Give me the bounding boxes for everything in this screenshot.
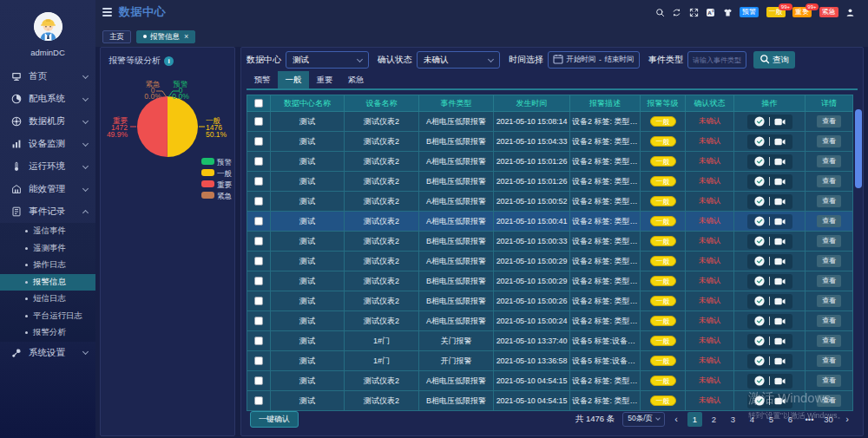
tab-3[interactable]: 重要	[309, 71, 340, 88]
pie-slice-重要[interactable]	[137, 96, 168, 157]
confirm-check-icon[interactable]	[754, 216, 765, 226]
row-checkbox[interactable]	[254, 237, 263, 245]
confirm-check-icon[interactable]	[754, 276, 765, 286]
view-button[interactable]: 查看	[817, 135, 841, 147]
row-checkbox[interactable]	[254, 297, 263, 305]
page-button-3[interactable]: 3	[726, 412, 740, 427]
confirm-check-icon[interactable]	[754, 156, 765, 167]
query-button[interactable]: 查询	[753, 51, 795, 69]
tab-1[interactable]: 预警	[247, 71, 278, 88]
camera-icon[interactable]	[774, 238, 786, 245]
legend-swatch-一般[interactable]	[201, 169, 214, 176]
tag-home[interactable]: 主页	[102, 30, 131, 43]
search-icon[interactable]	[655, 8, 665, 17]
select-all-checkbox[interactable]	[254, 99, 263, 108]
legend-swatch-预警[interactable]	[201, 158, 214, 165]
legend-swatch-重要[interactable]	[201, 180, 214, 187]
row-checkbox[interactable]	[254, 157, 263, 166]
view-button[interactable]: 查看	[817, 175, 841, 187]
page-ellipsis[interactable]: •••	[802, 412, 817, 427]
view-button[interactable]: 查看	[817, 235, 841, 247]
sidebar-item-5[interactable]: 运行环境	[0, 155, 95, 178]
camera-icon[interactable]	[774, 138, 786, 146]
confirm-check-icon[interactable]	[754, 236, 765, 246]
menu-toggle-icon[interactable]	[102, 8, 112, 16]
row-checkbox[interactable]	[254, 376, 263, 385]
confirm-check-icon[interactable]	[754, 196, 765, 206]
scrollbar-thumb[interactable]	[855, 109, 862, 188]
view-button[interactable]: 查看	[817, 295, 841, 307]
page-button-6[interactable]: 6	[783, 412, 798, 427]
confirm-check-icon[interactable]	[754, 256, 765, 266]
confirm-check-icon[interactable]	[754, 316, 765, 326]
submenu-item-6[interactable]: 平台运行日志	[0, 308, 95, 325]
translate-icon[interactable]: A3	[706, 8, 715, 17]
confirm-all-button[interactable]: 一键确认	[250, 411, 299, 428]
page-button-30[interactable]: 30	[821, 412, 836, 427]
row-checkbox[interactable]	[254, 117, 263, 126]
submenu-item-2[interactable]: 遥测事件	[0, 240, 95, 258]
tab-2[interactable]: 一般	[278, 71, 309, 88]
event-type-input[interactable]: 请输入事件类型	[687, 51, 746, 69]
view-button[interactable]: 查看	[817, 195, 841, 207]
sidebar-item-4[interactable]: 设备监测	[0, 133, 95, 155]
camera-icon[interactable]	[774, 258, 786, 265]
camera-icon[interactable]	[774, 377, 786, 385]
view-button[interactable]: 查看	[817, 315, 841, 327]
row-checkbox[interactable]	[254, 177, 263, 186]
row-checkbox[interactable]	[254, 396, 263, 405]
camera-icon[interactable]	[774, 297, 786, 305]
camera-icon[interactable]	[774, 158, 786, 166]
tab-4[interactable]: 紧急	[340, 71, 372, 88]
sidebar-item-3[interactable]: 数据机房	[0, 110, 95, 133]
row-checkbox[interactable]	[254, 197, 263, 206]
info-icon[interactable]: i	[164, 56, 174, 66]
pie-slice-一般[interactable]	[168, 96, 198, 157]
sidebar-item-2[interactable]: 配电系统	[0, 88, 95, 110]
view-button[interactable]: 查看	[817, 375, 841, 387]
row-checkbox[interactable]	[254, 217, 263, 226]
tag-alarm-info[interactable]: 报警信息 ×	[136, 30, 195, 43]
view-button[interactable]: 查看	[817, 335, 841, 347]
sidebar-item-8[interactable]: 系统设置	[0, 342, 95, 364]
refresh-icon[interactable]	[672, 8, 681, 17]
confirm-check-icon[interactable]	[754, 376, 765, 386]
camera-icon[interactable]	[774, 198, 786, 206]
submenu-item-4[interactable]: 报警信息	[0, 274, 95, 291]
sidebar-item-7[interactable]: 事件记录	[0, 200, 95, 223]
camera-icon[interactable]	[774, 178, 786, 186]
row-checkbox[interactable]	[254, 356, 263, 365]
user-icon[interactable]	[845, 8, 855, 17]
submenu-item-5[interactable]: 短信日志	[0, 291, 95, 308]
view-button[interactable]: 查看	[817, 155, 841, 167]
sidebar-item-1[interactable]: 首页	[0, 65, 95, 88]
view-button[interactable]: 查看	[817, 115, 841, 127]
confirm-check-icon[interactable]	[754, 116, 765, 127]
avatar[interactable]	[34, 12, 62, 41]
confirm-check-icon[interactable]	[754, 336, 765, 346]
camera-icon[interactable]	[774, 357, 786, 365]
time-range-picker[interactable]: 开始时间-结束时间	[548, 51, 640, 69]
page-size-select[interactable]: 50条/页	[622, 412, 665, 427]
submenu-item-1[interactable]: 遥信事件	[0, 223, 95, 240]
confirm-check-icon[interactable]	[754, 136, 765, 147]
next-page-button[interactable]: ›	[840, 412, 854, 426]
view-button[interactable]: 查看	[817, 355, 841, 367]
alarm-badge-4[interactable]: 紧急	[819, 7, 838, 17]
confirm-status-select[interactable]: 未确认	[417, 51, 500, 69]
legend-swatch-紧急[interactable]	[201, 192, 214, 199]
view-button[interactable]: 查看	[817, 395, 841, 407]
page-button-1[interactable]: 1	[687, 412, 702, 427]
page-button-5[interactable]: 5	[764, 412, 779, 427]
theme-icon[interactable]	[723, 8, 733, 17]
row-checkbox[interactable]	[254, 277, 263, 285]
row-checkbox[interactable]	[254, 257, 263, 265]
alarm-badge-2[interactable]: 一般99+	[766, 7, 786, 17]
alarm-badge-1[interactable]: 预警	[740, 7, 759, 17]
camera-icon[interactable]	[774, 218, 786, 226]
confirm-check-icon[interactable]	[754, 296, 765, 306]
confirm-check-icon[interactable]	[754, 176, 765, 186]
camera-icon[interactable]	[774, 118, 786, 126]
page-button-4[interactable]: 4	[745, 412, 760, 427]
camera-icon[interactable]	[774, 397, 786, 405]
